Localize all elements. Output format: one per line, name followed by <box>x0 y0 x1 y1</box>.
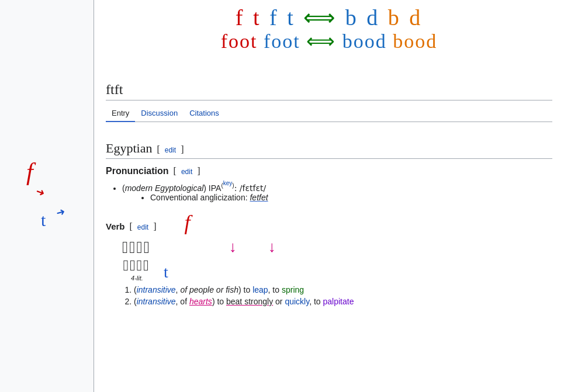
page-wrapper: f t ➜ ➜ f t f t ⟺ b d b d foot foot ⟺ bo… <box>0 0 564 392</box>
hiero-2: 𓎛 <box>129 238 135 257</box>
hiero-7: 𓆑 <box>136 257 142 275</box>
language-title: Egyptian <box>106 141 152 156</box>
sense2-quickly-link[interactable]: quickly <box>285 297 309 306</box>
hiero-bottom-row: 𓆑 𓏏 𓆑 𓏏 <box>123 257 148 275</box>
sense-2: (intransitive, of hearts) to beat strong… <box>134 297 552 306</box>
arrow-down-1: ↓ <box>229 238 237 256</box>
pronunciation-edit-link[interactable]: edit <box>181 168 192 176</box>
sub-pronunciation-list: Conventional anglicization: fetfet <box>150 193 552 202</box>
hiero-4: 𓎛 <box>144 238 150 257</box>
verb-edit-bracket: [ <box>130 221 133 232</box>
sense1-to2: , to <box>268 285 282 294</box>
hw-bd-blue: b d <box>345 6 388 30</box>
hiero-5: 𓆑 <box>123 257 129 275</box>
verb-senses-list: (intransitive, of people or fish) to lea… <box>134 285 552 306</box>
lit-label: 4-lit. <box>131 275 143 282</box>
pronunciation-title: Pronunciation <box>106 166 169 176</box>
page-title: ftft <box>106 82 552 98</box>
hw-bood-blue: bood <box>342 30 387 52</box>
ipa-text: : /fɛtfɛt/ <box>234 183 267 193</box>
annotation-t-blue: t <box>41 210 46 230</box>
sense2-to: ) to <box>212 297 226 306</box>
tab-discussion[interactable]: Discussion <box>135 106 184 122</box>
hiero-3: 𓅱 <box>136 238 142 257</box>
sense2-of: , of <box>176 297 189 306</box>
annotation-f-red: f <box>26 158 33 186</box>
spacer-1 <box>106 122 552 131</box>
sense2-beat: beat strongly <box>226 297 273 306</box>
language-edit-bracket-close: ] <box>181 144 184 155</box>
sense2-intransitive-link[interactable]: intransitive <box>137 297 176 306</box>
language-header: Egyptian [ edit ] <box>106 141 552 156</box>
sense2-hearts: hearts <box>189 297 212 306</box>
sense1-comma: , of people or fish <box>176 285 238 294</box>
hiero-8: 𓏏 <box>143 257 149 275</box>
pronunciation-edit-bracket-close: ] <box>197 166 200 176</box>
hieroglyph-area: 𓅱 𓎛 𓅱 𓎛 𓆑 𓏏 𓆑 𓏏 4-lit. t <box>122 238 552 282</box>
sense2-to2: , to <box>309 297 323 306</box>
sense1-of-people: of people or fish <box>180 285 238 294</box>
hiero-top-row: 𓅱 𓎛 𓅱 𓎛 <box>122 238 150 257</box>
handwriting-row1: f t f t ⟺ b d b d <box>106 6 552 30</box>
verb-section: Verb [ edit ] f 𓅱 𓎛 𓅱 𓎛 <box>106 210 552 306</box>
header-image-area: f t f t ⟺ b d b d foot foot ⟺ bood bood <box>106 6 552 76</box>
anglicization-word: fetfet <box>250 193 268 202</box>
verb-edit-bracket-close: ] <box>153 221 156 232</box>
annotation-t-verb: t <box>164 263 168 282</box>
verb-header: Verb [ edit ] f <box>106 210 552 235</box>
paren-close-ipa: ) IPA <box>203 183 221 193</box>
sense1-spring-link[interactable]: spring <box>282 285 304 294</box>
sense1-to: ) to <box>238 285 252 294</box>
arrow-down-2: ↓ <box>268 238 276 256</box>
pronunciation-header: Pronunciation [ edit ] <box>106 166 552 176</box>
handwriting-row2: foot foot ⟺ bood bood <box>106 30 552 52</box>
annotation-f-verb: f <box>185 210 191 235</box>
sense2-or: or <box>273 297 285 306</box>
sense1-intransitive-link[interactable]: intransitive <box>137 285 176 294</box>
language-edit-bracket: [ <box>157 144 160 155</box>
hw-foot-blue: foot <box>264 30 300 52</box>
verb-title: Verb <box>106 221 125 231</box>
anglicization-item: Conventional anglicization: fetfet <box>150 193 552 202</box>
hw-bood-orange: bood <box>393 30 437 52</box>
verb-edit-link[interactable]: edit <box>137 223 148 231</box>
arrow-red-sidebar: ➜ <box>34 185 47 200</box>
modern-egyptological: modern Egyptological <box>125 183 204 193</box>
arrow-blue-sidebar: ➜ <box>54 204 66 219</box>
content-area: f t f t ⟺ b d b d foot foot ⟺ bood bood … <box>94 0 564 392</box>
pronunciation-item: (modern Egyptological) IPA(key): /fɛtfɛt… <box>122 180 552 202</box>
hiero-1: 𓅱 <box>122 238 128 257</box>
hiero-6: 𓏏 <box>130 257 136 275</box>
hw-arrow1: ⟺ <box>303 6 337 30</box>
hw-ft-blue: f t <box>269 6 303 30</box>
tab-citations[interactable]: Citations <box>184 106 225 122</box>
hw-bd-orange: b d <box>388 6 423 30</box>
pronunciation-list: (modern Egyptological) IPA(key): /fɛtfɛt… <box>122 180 552 202</box>
anglicization-label: Conventional anglicization: <box>150 193 248 202</box>
hw-foot-red: foot <box>221 30 258 52</box>
title-divider <box>106 100 552 100</box>
hw-arrow2: ⟺ <box>306 30 336 52</box>
language-divider <box>106 158 552 159</box>
key-superscript: (key) <box>221 182 234 189</box>
left-sidebar: f t ➜ ➜ <box>0 0 94 392</box>
hiero-group: 𓅱 𓎛 𓅱 𓎛 𓆑 𓏏 𓆑 𓏏 4-lit. <box>122 238 150 282</box>
key-link[interactable]: key <box>223 180 233 186</box>
tab-entry[interactable]: Entry <box>106 106 135 122</box>
language-edit-link[interactable]: edit <box>165 146 176 154</box>
sense2-palpitate-link[interactable]: palpitate <box>323 297 354 306</box>
sense-1: (intransitive, of people or fish) to lea… <box>134 285 552 294</box>
hw-ft-red: f t <box>236 6 269 30</box>
tabs-bar: Entry Discussion Citations <box>106 106 552 122</box>
pronunciation-edit-bracket: [ <box>174 166 177 176</box>
sense1-leap-link[interactable]: leap <box>252 285 268 294</box>
